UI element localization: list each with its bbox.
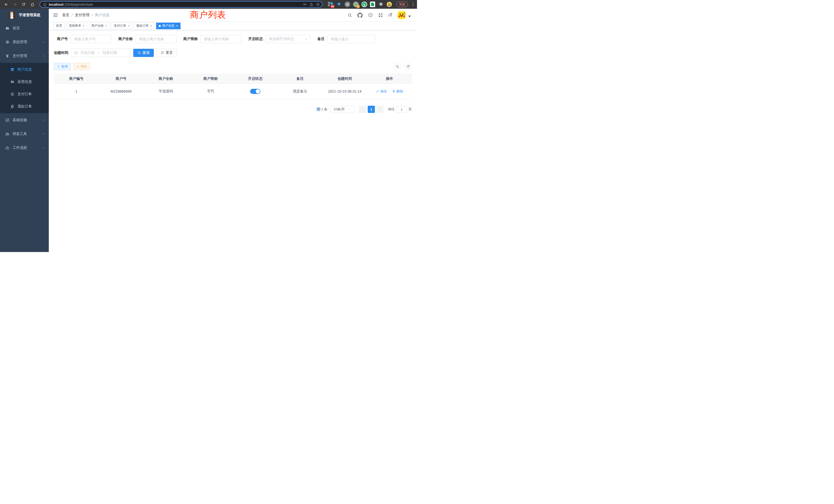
short-name-input[interactable] bbox=[200, 35, 242, 43]
page-size-select[interactable]: 10条/页 bbox=[330, 106, 355, 113]
date-range-picker[interactable]: 开始日期 - 结束日期 bbox=[71, 49, 131, 57]
refresh-table-button[interactable] bbox=[404, 63, 412, 70]
bookmark-star-icon[interactable] bbox=[316, 2, 320, 6]
cell-merchant-id: 1 bbox=[54, 84, 98, 99]
fullscreen-icon[interactable] bbox=[378, 13, 383, 18]
page-content: 商户号 商户全称 商户简称 开启状态 请选择开启状态 bbox=[49, 30, 417, 252]
extension-y-icon[interactable]: y bbox=[361, 2, 367, 7]
tab-refund-order[interactable]: 退款订单× bbox=[134, 23, 155, 29]
table-row: 1 M233666999 芋道源码 芋艿 我是备注 2021-10-23 08:… bbox=[54, 84, 412, 99]
add-button[interactable]: 新增 bbox=[54, 63, 71, 70]
font-size-icon[interactable]: TT bbox=[388, 13, 393, 17]
status-toggle[interactable] bbox=[250, 89, 260, 94]
browser-forward-button[interactable] bbox=[11, 1, 19, 8]
sidebar-item-workflow[interactable]: 工作流程 bbox=[0, 141, 49, 155]
sidebar-item-label: 支付管理 bbox=[13, 54, 27, 58]
extension-badge: 1 bbox=[356, 5, 360, 8]
user-avatar[interactable] bbox=[398, 11, 405, 19]
extension-tabs-icon[interactable]: 10 bbox=[328, 2, 333, 7]
sidebar-item-pay-order[interactable]: 支付订单 bbox=[0, 88, 49, 100]
reset-button[interactable]: 重置 bbox=[156, 49, 177, 57]
help-icon[interactable]: ? bbox=[368, 13, 373, 18]
search-button[interactable]: 搜索 bbox=[133, 49, 154, 57]
extension-gem-icon[interactable] bbox=[336, 2, 342, 7]
extensions-puzzle-icon[interactable] bbox=[378, 2, 383, 7]
remark-input[interactable] bbox=[327, 35, 376, 43]
show-search-toggle-button[interactable] bbox=[393, 63, 401, 70]
breadcrumb-payment: 支付管理 bbox=[75, 13, 89, 18]
browser-update-button[interactable]: 更新 bbox=[396, 2, 408, 7]
browser-reload-button[interactable] bbox=[20, 1, 27, 8]
url-host: localhost bbox=[49, 3, 63, 6]
page-number-1[interactable]: 1 bbox=[368, 106, 375, 113]
share-icon[interactable] bbox=[309, 3, 313, 6]
tab-home[interactable]: 首页 bbox=[53, 23, 65, 29]
sidebar: 芋道管理系统 首页 系统管理 ¥ 支付管理 商户信息 应用信息 bbox=[0, 9, 49, 252]
logo[interactable]: 芋道管理系统 bbox=[0, 9, 49, 21]
create-time-label: 创建时间 bbox=[54, 50, 68, 55]
chevron-down-icon bbox=[305, 38, 308, 41]
site-info-icon[interactable] bbox=[42, 2, 47, 7]
chevron-down-icon bbox=[42, 41, 45, 44]
search-icon[interactable] bbox=[347, 13, 352, 18]
next-page-button[interactable] bbox=[376, 106, 383, 113]
sidebar-item-dev-tools[interactable]: 研发工具 bbox=[0, 127, 49, 141]
chevron-up-icon bbox=[42, 54, 45, 58]
sidebar-item-home[interactable]: 首页 bbox=[0, 21, 49, 35]
prev-page-button[interactable] bbox=[359, 106, 366, 113]
sidebar-item-label: 工作流程 bbox=[13, 145, 27, 150]
avatar-caret-down-icon[interactable] bbox=[408, 16, 411, 17]
full-name-input[interactable] bbox=[136, 35, 177, 43]
extension-command-icon[interactable]: ⌘ bbox=[345, 2, 350, 7]
tab-process-form[interactable]: 流程表单× bbox=[66, 23, 87, 29]
browser-menu-icon[interactable] bbox=[412, 2, 414, 7]
date-separator: - bbox=[98, 51, 100, 55]
tab-pay-order[interactable]: 支付订单× bbox=[111, 23, 132, 29]
col-merchant-id: 商户编号 bbox=[54, 74, 98, 84]
extension-notes-icon[interactable] bbox=[370, 2, 375, 7]
remark-label: 备注 bbox=[317, 37, 325, 41]
password-key-icon[interactable] bbox=[303, 2, 307, 6]
monitor-chart-icon bbox=[5, 118, 9, 122]
edit-link[interactable]: 修改 bbox=[376, 89, 387, 94]
tab-user-group[interactable]: 用户分组× bbox=[89, 23, 110, 29]
chevron-down-icon bbox=[348, 108, 351, 111]
goto-page-input[interactable] bbox=[396, 106, 407, 113]
col-create-time: 创建时间 bbox=[323, 74, 367, 84]
svg-text:?: ? bbox=[370, 14, 371, 17]
close-icon[interactable]: × bbox=[83, 24, 85, 28]
col-remark: 备注 bbox=[278, 74, 322, 84]
browser-back-button[interactable] bbox=[3, 1, 10, 8]
breadcrumb-home[interactable]: 首页 bbox=[62, 13, 69, 18]
sidebar-item-label: 首页 bbox=[13, 26, 20, 30]
close-icon[interactable]: × bbox=[105, 24, 107, 28]
extension-session-icon[interactable]: 1 bbox=[353, 2, 359, 7]
payment-submenu: 商户信息 应用信息 支付订单 退款订单 bbox=[0, 63, 49, 113]
browser-home-button[interactable] bbox=[29, 1, 36, 8]
tab-merchant-info[interactable]: 商户信息× bbox=[156, 23, 180, 29]
sidebar-item-app-info[interactable]: 应用信息 bbox=[0, 76, 49, 88]
end-date-placeholder: 结束日期 bbox=[103, 50, 117, 55]
close-icon[interactable]: × bbox=[176, 24, 178, 28]
sidebar-item-merchant-info[interactable]: 商户信息 bbox=[0, 63, 49, 76]
sidebar-item-refund-order[interactable]: 退款订单 bbox=[0, 100, 49, 113]
close-icon[interactable]: × bbox=[128, 24, 130, 28]
merchant-no-input[interactable] bbox=[71, 35, 112, 43]
address-bar[interactable]: localhost:1024/pay/merchant bbox=[40, 1, 323, 8]
close-icon[interactable]: × bbox=[150, 24, 152, 28]
table-header-row: 商户编号 商户号 商户全称 商户简称 开启状态 备注 创建时间 操作 bbox=[54, 74, 412, 84]
sidebar-item-system[interactable]: 系统管理 bbox=[0, 35, 49, 49]
github-icon[interactable] bbox=[357, 13, 363, 18]
status-select[interactable]: 请选择开启状态 bbox=[265, 35, 311, 43]
export-button[interactable]: 导出 bbox=[73, 63, 90, 70]
sidebar-item-label: 系统管理 bbox=[13, 40, 27, 44]
goto-label: 前往 bbox=[388, 107, 395, 112]
tags-view: 首页 流程表单× 用户分组× 支付订单× 退款订单× 商户信息× bbox=[49, 22, 417, 30]
sidebar-item-infrastructure[interactable]: 基础设施 bbox=[0, 113, 49, 127]
sidebar-item-payment[interactable]: ¥ 支付管理 bbox=[0, 49, 49, 63]
logo-rabbit-image bbox=[8, 11, 16, 19]
app-title: 芋道管理系统 bbox=[19, 13, 40, 18]
sidebar-collapse-icon[interactable] bbox=[53, 13, 58, 18]
profile-avatar[interactable] bbox=[387, 2, 392, 7]
delete-link[interactable]: 删除 bbox=[392, 89, 403, 94]
